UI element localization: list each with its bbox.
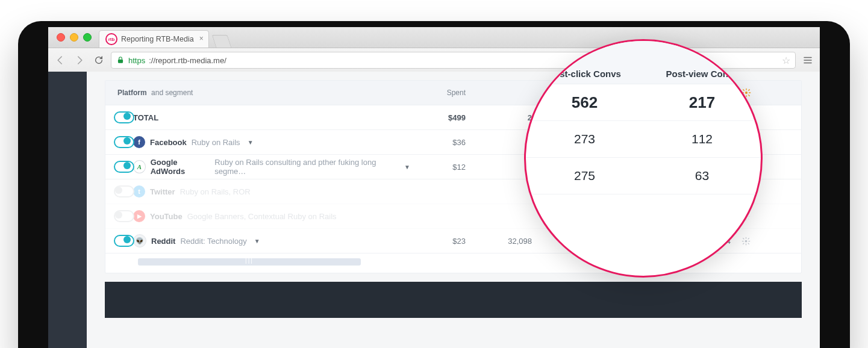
magnifier-row: 273112 — [526, 121, 761, 158]
tab-favicon: rtb — [105, 33, 117, 45]
row-toggle[interactable] — [114, 161, 134, 173]
total-label: TOTAL — [133, 113, 158, 122]
hamburger-icon — [802, 55, 813, 66]
magnifier-row: 562217 — [526, 84, 761, 121]
chevron-down-icon[interactable]: ▼ — [248, 139, 254, 146]
left-sidebar — [48, 72, 87, 348]
header-spent: Spent — [410, 89, 476, 97]
new-tab-button[interactable] — [211, 35, 231, 48]
platform-icon: t — [133, 185, 145, 197]
minimize-window-icon[interactable] — [70, 33, 78, 42]
platform-cell[interactable]: AGoogle AdWordsRuby on Rails consulting … — [133, 158, 410, 176]
mag-postview-value: 217 — [643, 93, 761, 112]
row-settings-button[interactable] — [742, 237, 762, 246]
reload-icon — [94, 55, 104, 65]
footer-band — [105, 282, 802, 318]
close-window-icon[interactable] — [57, 33, 65, 42]
cell-spent: $36 — [410, 138, 476, 147]
bookmark-star-icon[interactable]: ☆ — [782, 55, 790, 66]
horizontal-scrollbar[interactable] — [138, 258, 361, 266]
url-rest: ://report.rtb-media.me/ — [149, 56, 226, 65]
header-platform: Platform and segment — [105, 89, 410, 97]
cell-col1: 32,098 — [476, 237, 543, 246]
svg-point-6 — [745, 240, 748, 242]
chevron-down-icon[interactable]: ▼ — [404, 164, 410, 170]
row-toggle[interactable] — [114, 235, 134, 247]
total-spent: $499 — [410, 113, 476, 122]
segment-name: Ruby on Rails, ROR — [180, 187, 251, 196]
segment-name: Ruby on Rails — [192, 138, 240, 147]
platform-cell[interactable]: ▶YouTubeGoogle Banners, Contextual Ruby … — [133, 210, 410, 222]
mag-postclick-value: 273 — [526, 132, 643, 146]
platform-name: YouTube — [150, 212, 183, 221]
arrow-left-icon — [55, 55, 66, 66]
row-toggle[interactable] — [114, 210, 134, 222]
mag-postclick-value: 275 — [526, 169, 643, 183]
platform-icon: A — [133, 160, 146, 173]
platform-cell[interactable]: tTwitterRuby on Rails, ROR — [133, 185, 410, 197]
cell-spent: $23 — [410, 237, 476, 246]
platform-icon: 👽 — [133, 234, 146, 247]
cell-spent: $12 — [410, 163, 476, 172]
platform-name: Facebook — [150, 138, 187, 147]
row-toggle[interactable] — [114, 185, 134, 197]
platform-name: Google AdWords — [151, 158, 210, 176]
tab-title: Reporting RTB-Media — [121, 35, 194, 43]
browser-menu-button[interactable] — [801, 53, 815, 67]
magnifier-row: 27563 — [526, 158, 761, 194]
lock-icon — [116, 56, 125, 64]
platform-cell[interactable]: 👽RedditReddit: Technology▼ — [133, 234, 410, 247]
platform-name: Twitter — [150, 187, 175, 196]
back-button[interactable] — [53, 53, 67, 67]
segment-name: Google Banners, Contextual Ruby on Rails — [187, 212, 337, 221]
svg-rect-0 — [118, 60, 123, 63]
mag-postview-value: 63 — [643, 169, 761, 183]
platform-icon: f — [133, 136, 145, 148]
reload-button[interactable] — [92, 53, 106, 67]
mag-postclick-value: 562 — [526, 93, 643, 112]
mag-postview-value: 112 — [643, 132, 761, 146]
segment-name: Reddit: Technology — [180, 237, 246, 246]
svg-point-1 — [745, 92, 748, 94]
chevron-down-icon[interactable]: ▼ — [254, 238, 260, 244]
forward-button[interactable] — [72, 53, 87, 67]
browser-tab[interactable]: rtb Reporting RTB-Media × — [99, 30, 209, 48]
segment-name: Ruby on Rails consulting and pther fukin… — [214, 158, 397, 176]
platform-name: Reddit — [151, 237, 175, 246]
platform-cell[interactable]: fFacebookRuby on Rails▼ — [133, 136, 410, 148]
platform-icon: ▶ — [133, 210, 145, 222]
row-toggle[interactable] — [114, 136, 134, 148]
window-controls — [57, 33, 92, 42]
toggle-total[interactable] — [114, 111, 134, 123]
gear-icon — [742, 237, 751, 246]
close-tab-icon[interactable]: × — [199, 34, 204, 43]
url-scheme: https — [128, 56, 145, 65]
arrow-right-icon — [74, 55, 85, 66]
magnifier-overlay: Post-click Convs Post-view Convs 5622172… — [524, 39, 763, 278]
maximize-window-icon[interactable] — [83, 33, 92, 42]
browser-tabbar: rtb Reporting RTB-Media × — [48, 27, 820, 48]
